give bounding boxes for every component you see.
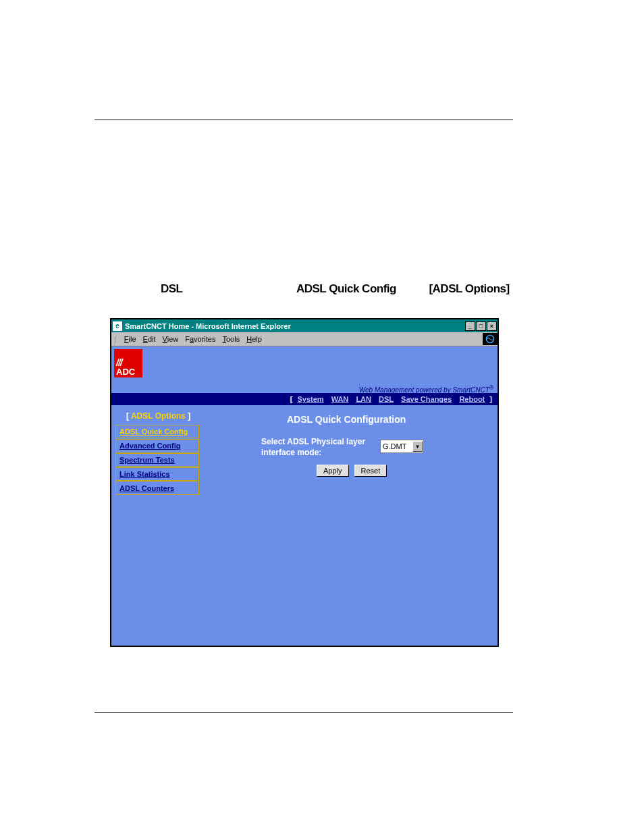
nav-lan[interactable]: LAN [356, 395, 371, 403]
menu-favorites[interactable]: Favorites [185, 335, 215, 343]
close-button[interactable]: × [487, 321, 497, 331]
chevron-down-icon[interactable]: ▼ [412, 441, 423, 452]
menu-tools[interactable]: Tools [223, 335, 240, 343]
ie-throbber-icon [483, 333, 498, 345]
horizontal-rule-bottom [95, 712, 513, 713]
instruction-line: DSL ADSL Quick Config [ADSL Options] [161, 282, 510, 296]
side-menu: ADSL Quick Config Advanced Config Spectr… [115, 425, 199, 496]
top-nav: [ System WAN LAN DSL Save Changes Reboot… [111, 393, 498, 405]
maximize-button[interactable]: □ [476, 321, 486, 331]
adc-logo: /// ADC [114, 349, 142, 377]
page-content: /// ADC Web Management powered by SmartC… [111, 346, 498, 646]
menu-view[interactable]: View [163, 335, 179, 343]
instr-adsloptions: [ADSL Options] [429, 282, 509, 296]
instr-dsl: DSL [161, 282, 183, 296]
mode-selected-value: G.DMT [383, 442, 406, 450]
menu-bar: | File Edit View Favorites Tools Help [111, 332, 498, 346]
instr-quickconfig: ADSL Quick Config [296, 282, 396, 296]
browser-window: e SmartCNCT Home - Microsoft Internet Ex… [110, 318, 499, 647]
menu-help[interactable]: Help [246, 335, 262, 343]
side-adsl-quick-config[interactable]: ADSL Quick Config [115, 425, 199, 438]
nav-system[interactable]: System [297, 395, 323, 403]
menu-file[interactable]: File [124, 335, 136, 343]
mode-label: Select ADSL Physical layer interface mod… [261, 437, 376, 458]
side-link-statistics[interactable]: Link Statistics [115, 467, 199, 481]
side-adsl-counters[interactable]: ADSL Counters [115, 481, 199, 495]
main-title: ADSL Quick Configuration [287, 414, 406, 425]
menu-edit[interactable]: Edit [143, 335, 156, 343]
side-advanced-config[interactable]: Advanced Config [115, 439, 199, 452]
reset-button[interactable]: Reset [354, 465, 387, 477]
nav-dsl[interactable]: DSL [379, 395, 394, 403]
window-title: SmartCNCT Home - Microsoft Internet Expl… [125, 322, 465, 330]
side-spectrum-tests[interactable]: Spectrum Tests [115, 453, 199, 467]
nav-save-changes[interactable]: Save Changes [401, 395, 452, 403]
horizontal-rule-top [95, 120, 513, 120]
apply-button[interactable]: Apply [317, 465, 349, 477]
minimize-button[interactable]: _ [465, 321, 475, 331]
logo-text: ADC [116, 367, 135, 376]
ie-icon: e [113, 321, 122, 331]
nav-wan[interactable]: WAN [331, 395, 349, 403]
mode-select[interactable]: G.DMT ▼ [380, 440, 424, 453]
side-header: [ ADSL Options ] [126, 411, 190, 421]
title-bar: e SmartCNCT Home - Microsoft Internet Ex… [111, 319, 498, 332]
nav-reboot[interactable]: Reboot [459, 395, 485, 403]
